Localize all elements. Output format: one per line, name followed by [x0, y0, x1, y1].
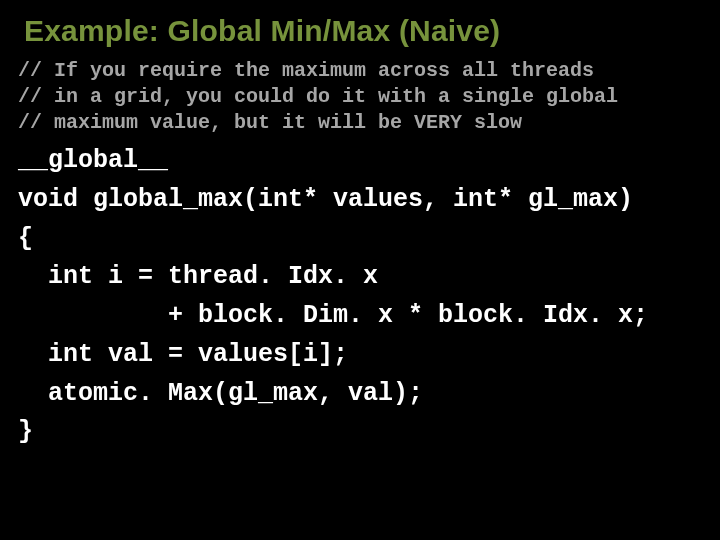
code-line: int i = thread. Idx. x	[18, 262, 378, 291]
comment-line: // maximum value, but it will be VERY sl…	[18, 111, 522, 134]
code-comments: // If you require the maximum across all…	[18, 58, 702, 136]
code-line: }	[18, 417, 33, 446]
code-line: int val = values[i];	[18, 340, 348, 369]
code-line: + block. Dim. x * block. Idx. x;	[18, 301, 648, 330]
code-line: void global_max(int* values, int* gl_max…	[18, 185, 633, 214]
slide-title: Example: Global Min/Max (Naive)	[24, 14, 702, 48]
comment-line: // in a grid, you could do it with a sin…	[18, 85, 618, 108]
code-line: atomic. Max(gl_max, val);	[18, 379, 423, 408]
comment-line: // If you require the maximum across all…	[18, 59, 594, 82]
code-line: __global__	[18, 146, 168, 175]
code-block: __global__ void global_max(int* values, …	[18, 142, 702, 452]
code-line: {	[18, 224, 33, 253]
slide: Example: Global Min/Max (Naive) // If yo…	[0, 0, 720, 540]
